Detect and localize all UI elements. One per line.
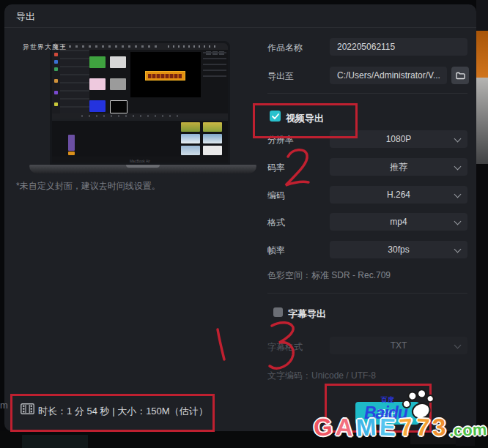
- watermark-letter: 7: [415, 414, 431, 439]
- folder-icon: [456, 72, 465, 80]
- path-label: 导出至: [267, 70, 294, 83]
- chevron-down-icon: [454, 163, 462, 171]
- chevron-down-icon: [454, 342, 462, 349]
- codec-select[interactable]: H.264: [330, 186, 467, 204]
- watermark-letter: A: [335, 414, 354, 439]
- chevron-down-icon: [454, 135, 462, 143]
- resolution-value: 1080P: [386, 134, 412, 144]
- watermark-letter: 3: [432, 415, 446, 440]
- editor-timeline: [52, 119, 228, 157]
- editor-menu-text: [56, 45, 158, 48]
- format-select[interactable]: mp4: [330, 213, 467, 231]
- left-watermark-fragment: m: [0, 400, 8, 411]
- subtitle-export-label: 字幕导出: [288, 307, 326, 321]
- chevron-down-icon: [454, 218, 462, 225]
- macbook-label: MacBook Air: [52, 159, 228, 163]
- codec-label: 编码: [267, 190, 285, 202]
- framerate-label: 帧率: [267, 244, 285, 257]
- editor-menu-text: [168, 45, 219, 48]
- watermark-letter: .com: [449, 422, 487, 439]
- chevron-down-icon: [454, 191, 462, 198]
- framerate-value: 30fps: [388, 244, 409, 255]
- subtitle-format-value: TXT: [391, 340, 407, 351]
- title-separator: [4, 27, 476, 28]
- codec-value: H.264: [387, 190, 410, 200]
- format-value: mp4: [390, 217, 407, 227]
- background-orange-strip: [476, 31, 488, 78]
- bitrate-select[interactable]: 推荐: [330, 158, 467, 176]
- name-label: 作品名称: [267, 42, 303, 54]
- bitrate-value: 推荐: [390, 162, 407, 172]
- timeline-clip: [68, 135, 75, 151]
- editor-title-banner: [145, 71, 185, 81]
- browse-folder-button[interactable]: [451, 67, 469, 84]
- editor-info-panel: [203, 52, 226, 78]
- background-timeline-fragment: [22, 435, 88, 448]
- export-dialog: 导出: [4, 4, 476, 431]
- framerate-select[interactable]: 30fps: [330, 241, 467, 258]
- video-preview-thumbnail: MacBook Air: [29, 40, 256, 176]
- editor-screenshot: MacBook Air: [52, 43, 228, 163]
- editor-toolbar: [52, 113, 228, 119]
- preview-watermark: 异世界大魔王: [23, 42, 67, 52]
- bitrate-label: 码率: [267, 162, 285, 174]
- text-encoding-text: 文字编码：Unicode / UTF-8: [267, 370, 376, 382]
- annotation-box-duration: [10, 394, 215, 432]
- watermark-letter: 7: [398, 414, 413, 439]
- watermark-letter: E: [380, 415, 396, 440]
- background-dark-strip: [476, 164, 488, 448]
- color-space-text: 色彩空间：标准 SDR - Rec.709: [267, 269, 391, 282]
- subtitle-format-select: TXT: [330, 337, 467, 354]
- timeline-clip: [68, 152, 75, 155]
- site-watermark: G A M E 7 7 3 .com: [314, 415, 487, 439]
- dialog-title: 导出: [16, 10, 35, 23]
- path-input[interactable]: C:/Users/Administrator/V...: [330, 67, 447, 84]
- section-divider: [267, 293, 467, 294]
- editor-preview-canvas: [130, 52, 201, 97]
- section-divider: [267, 93, 467, 94]
- subtitle-export-checkbox[interactable]: [273, 307, 283, 317]
- background-strip: [476, 0, 488, 31]
- format-label: 格式: [267, 217, 285, 229]
- watermark-letter: M: [356, 414, 377, 439]
- chevron-down-icon: [454, 246, 462, 253]
- subtitle-format-label: 字幕格式: [267, 341, 303, 354]
- name-input[interactable]: 202205062115: [330, 38, 467, 56]
- watermark-letter: G: [313, 414, 333, 440]
- laptop-base: [29, 165, 256, 173]
- annotation-box-video-export: [253, 103, 358, 138]
- cover-note: *未自定义封面，建议去时间线设置。: [16, 180, 160, 193]
- laptop-screen: MacBook Air: [50, 41, 230, 165]
- background-gray-strip: [476, 78, 488, 164]
